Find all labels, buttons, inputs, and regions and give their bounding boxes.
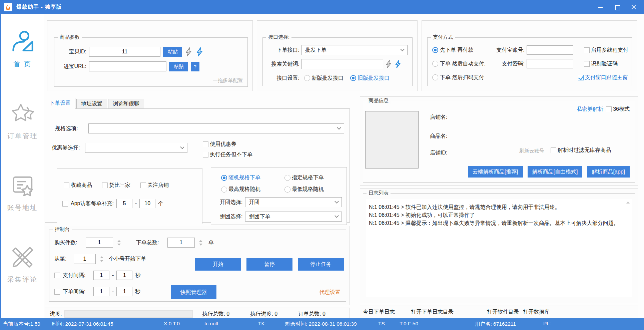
order-max-input[interactable]: [116, 287, 132, 296]
today-order-log-link[interactable]: 今日下单日志: [363, 309, 395, 316]
spinner-up-icon[interactable]: [117, 240, 121, 242]
open-software-dir-link[interactable]: 打开软件目录: [487, 309, 519, 316]
app-visitor-checkbox-icon[interactable]: [62, 201, 68, 207]
total-input[interactable]: [167, 238, 195, 248]
radio-random-spec[interactable]: 随机规格下单: [221, 174, 284, 181]
checkbox-icon[interactable]: [584, 47, 590, 53]
open-order-log-dir-link[interactable]: 打开下单日志目录: [411, 309, 454, 316]
sidebar-item-comments[interactable]: 采集评论: [7, 245, 38, 284]
sidebar-item-home[interactable]: 首 页: [10, 30, 35, 69]
private-coupon-link[interactable]: 私密券解析: [577, 106, 603, 113]
radio-icon[interactable]: [284, 175, 290, 181]
checkbox-checked-icon[interactable]: [578, 75, 584, 80]
spinner-up-icon[interactable]: [100, 256, 103, 258]
coupon-select[interactable]: [85, 143, 187, 153]
join-group-select[interactable]: 拼团下单: [245, 212, 342, 222]
password-input[interactable]: [527, 59, 573, 68]
radio-specified-spec[interactable]: 指定规格下单: [284, 174, 347, 181]
checkbox-icon[interactable]: [64, 183, 69, 188]
free-parse-button[interactable]: 解析商品[自由模式]: [528, 166, 583, 178]
order-api-select[interactable]: 批发下单: [301, 45, 408, 55]
radio-auto-pay-icon[interactable]: [432, 61, 438, 67]
radio-icon[interactable]: [304, 75, 310, 81]
url-input[interactable]: [89, 61, 166, 71]
console-group: 控制台 购买件数: 下单总数: 单 从第:: [49, 230, 346, 302]
visitor-min-input[interactable]: [116, 199, 132, 208]
pay-max-input[interactable]: [116, 271, 132, 280]
multithread-checkbox[interactable]: 启用多线程支付: [584, 47, 628, 54]
start-button[interactable]: 开始: [195, 258, 241, 271]
paste-item-id-button[interactable]: 粘贴: [163, 47, 182, 57]
favorite-checkbox[interactable]: 收藏商品: [64, 182, 92, 189]
radio-pay-after-icon[interactable]: [432, 47, 438, 53]
from-input[interactable]: [74, 254, 96, 264]
radio-icon[interactable]: [284, 187, 290, 193]
radio-lowest-spec[interactable]: 最低规格随机: [284, 186, 347, 193]
refresh-cloud-link[interactable]: 刷新云账号: [519, 148, 544, 154]
minimize-icon[interactable]: [598, 4, 603, 10]
checkbox-icon[interactable]: [606, 106, 612, 112]
sidebar-item-accounts[interactable]: 账号地址: [7, 173, 38, 212]
sidebar-item-orders[interactable]: 订单管理: [7, 101, 38, 140]
lightning-blue-icon[interactable]: [395, 60, 402, 68]
from-stepper[interactable]: [100, 256, 103, 262]
lightning-gray-icon[interactable]: [385, 60, 393, 68]
paste-url-button[interactable]: 粘贴: [169, 62, 188, 71]
compare-checkbox[interactable]: 货比三家: [102, 182, 130, 189]
follow-window-checkbox[interactable]: 支付窗口跟随主窗: [578, 74, 628, 81]
spinner-down-icon[interactable]: [100, 260, 103, 262]
total-stepper[interactable]: [199, 240, 202, 246]
mode36-checkbox[interactable]: 36模式: [606, 106, 630, 113]
use-coupon-checkbox[interactable]: 使用优惠券: [203, 141, 252, 148]
follow-shop-checkbox[interactable]: 关注店铺: [140, 182, 169, 189]
pay-min-input[interactable]: [93, 271, 109, 280]
proxy-settings-link[interactable]: 代理设置: [319, 289, 341, 296]
spinner-down-icon[interactable]: [117, 244, 121, 246]
open-database-link[interactable]: 打开数据库: [523, 309, 550, 316]
checkbox-icon[interactable]: [102, 183, 108, 188]
tab-address-settings[interactable]: 地址设置: [76, 99, 107, 109]
checkbox-icon[interactable]: [140, 183, 146, 188]
checkbox-icon[interactable]: [203, 141, 208, 147]
app-parse-button[interactable]: 解析商品[app]: [587, 166, 630, 178]
tab-browse-chat[interactable]: 浏览和假聊: [108, 99, 144, 109]
checkbox-icon[interactable]: [203, 152, 208, 157]
spinner-down-icon[interactable]: [199, 244, 202, 246]
radio-new-api[interactable]: 新版批发接口: [304, 75, 344, 82]
spec-select[interactable]: [88, 123, 344, 133]
snapshot-manager-button[interactable]: 快照管理器: [171, 285, 216, 299]
order-interval-checkbox-icon[interactable]: [54, 289, 60, 295]
lightning-blue-icon[interactable]: [196, 47, 204, 56]
captcha-checkbox[interactable]: 识别验证码: [584, 60, 618, 67]
pay-interval-checkbox-icon[interactable]: [54, 273, 60, 278]
close-icon[interactable]: [631, 4, 636, 10]
radio-old-api[interactable]: 旧版批发接口: [350, 75, 390, 82]
alipay-input[interactable]: [527, 45, 573, 55]
qty-input[interactable]: [86, 238, 113, 248]
item-id-input[interactable]: [89, 47, 160, 57]
visitor-max-input[interactable]: [139, 199, 155, 208]
radio-highest-spec[interactable]: 最高规格随机: [221, 186, 284, 193]
pause-button[interactable]: 暂停: [246, 258, 292, 271]
task-no-order-checkbox[interactable]: 执行任务但不下单: [203, 151, 252, 158]
qty-stepper[interactable]: [117, 240, 121, 246]
filter-stock-checkbox[interactable]: 解析时过滤无库存商品: [551, 147, 611, 154]
radio-icon[interactable]: [221, 187, 227, 193]
scroll-up-icon[interactable]: [626, 201, 630, 204]
order-min-input[interactable]: [93, 287, 109, 296]
checkbox-icon[interactable]: [584, 61, 590, 67]
log-list[interactable]: N:1 06:01:45 > 软件已加入违法使用监控，请规范合理使用，请勿用于非…: [366, 199, 632, 297]
tab-order-settings[interactable]: 下单设置: [45, 98, 75, 109]
open-group-select[interactable]: 开团: [245, 197, 342, 207]
radio-icon-selected[interactable]: [350, 75, 356, 81]
checkbox-icon[interactable]: [551, 147, 556, 153]
keyword-input[interactable]: [301, 59, 383, 69]
radio-icon-selected[interactable]: [221, 175, 227, 181]
help-button[interactable]: ?: [191, 62, 199, 71]
lightning-gray-icon[interactable]: [185, 47, 193, 56]
spinner-up-icon[interactable]: [199, 240, 202, 242]
radio-scan-pay-icon[interactable]: [432, 74, 438, 80]
cloud-parse-button[interactable]: 云端解析商品[推荐]: [468, 166, 523, 178]
stop-button[interactable]: 停止任务: [298, 258, 344, 271]
maximize-icon[interactable]: [614, 4, 620, 10]
